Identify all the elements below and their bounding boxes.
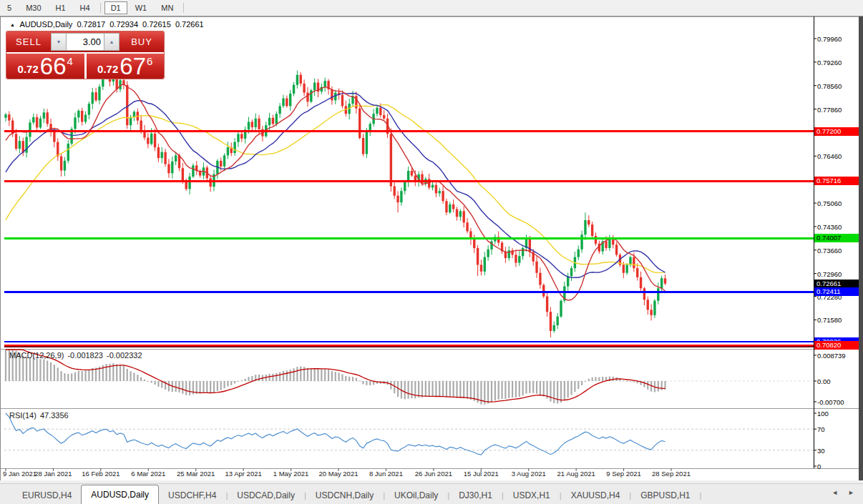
chart-tab-usdx[interactable]: USDX,H1 [504,486,560,504]
date-axis-label: 1 May 2021 [265,470,317,478]
price-axis-tick: 0.74360 [817,223,856,231]
window-right-edge [858,16,863,480]
macd-name: MACD(12,26,9) [9,351,64,360]
price-level-label: 0.75716 [814,177,859,185]
chart-tab-bar: EURUSD,H4AUDUSD,DailyUSDCHF,H4|USDCAD,Da… [0,483,863,504]
volume-decrease-button[interactable]: ▼ [51,33,67,51]
date-axis-label: 8 Jun 2021 [360,470,411,478]
price-axis-tick: 0.77860 [817,106,856,114]
rsi-indicator-label: RSI(14)47.3356 [9,411,72,420]
rsi-axis-tick: 70 [817,425,856,433]
timeframe-button-5[interactable]: 5 [1,1,18,14]
timeframe-button-d1[interactable]: D1 [104,1,127,14]
date-axis-label: 15 Jul 2021 [455,470,507,478]
timeframe-button-w1[interactable]: W1 [129,1,154,14]
toolbar-separator [183,3,184,13]
rsi-axis-tick: 30 [817,447,856,455]
price-axis-tick: 0.79960 [817,35,856,43]
tab-scroll-left-icon[interactable]: ◄ [832,489,838,496]
date-axis-label: 26 Jun 2021 [408,470,459,478]
macd-value: -0.001823 [67,351,103,360]
sell-price-pipette: 4 [67,55,73,67]
toolbar-separator [100,3,101,13]
date-axis-label: 6 Mar 2021 [122,470,174,478]
volume-input[interactable] [67,33,104,51]
price-axis-tick: 0.76460 [817,152,856,160]
date-axis-label: 16 Feb 2021 [75,470,127,478]
price-level-label: 0.70820 [814,341,859,350]
buy-price-pipette: 6 [147,55,152,67]
sell-price-prefix: 0.72 [18,63,39,75]
ohlc-low: 0.72615 [142,20,171,29]
ohlc-close: 0.72661 [175,20,204,29]
chart-tab-dj30[interactable]: DJ30,H1 [449,486,502,504]
sell-button[interactable]: SELL [6,31,51,52]
chart-symbol-period: AUDUSD,Daily [19,20,72,29]
buy-price-prefix: 0.72 [97,63,118,75]
price-axis-tick: 0.71580 [817,316,856,324]
tab-scroll-arrows: ◄ ► [832,489,854,496]
chart-tab-ukoil[interactable]: UKOil,Daily [385,486,447,504]
chart-canvas[interactable] [1,16,859,480]
ohlc-high: 0.72934 [109,20,138,29]
buy-price-big-digits: 67 [120,56,146,77]
macd-signal-value: -0.002332 [107,351,142,360]
rsi-value: 47.3356 [40,411,69,420]
chart-tab-eurusd[interactable]: EURUSD,H4 [13,486,81,504]
date-axis-label: 20 May 2021 [313,470,364,478]
chart-tab-usdchf[interactable]: USDCHF,H4 [159,486,225,504]
tab-separator: | [700,486,702,504]
timeframe-button-h4[interactable]: H4 [74,1,97,14]
chart-tab-gbpusd[interactable]: GBPUSD,H1 [631,486,699,504]
chart-tab-usdcnh[interactable]: USDCNH,Daily [306,486,383,504]
date-axis-label: 28 Sep 2021 [645,470,697,478]
price-axis-tick: 0.79260 [817,59,856,66]
date-axis-label: 9 Sep 2021 [598,470,650,478]
price-level-label: 0.72411 [814,287,859,296]
chart-tab-audusd[interactable]: AUDUSD,Daily [81,485,159,504]
date-axis-label: 21 Aug 2021 [550,470,602,478]
buy-price-button[interactable]: 0.72676 [87,54,165,79]
date-axis-label: 25 Mar 2021 [170,470,222,478]
timeframe-button-m30[interactable]: M30 [19,1,47,14]
timeframe-button-h1[interactable]: H1 [49,1,72,14]
trading-terminal-window: 5M30H1H4D1W1MN ▲ AUDUSD,Daily 0.72817 0.… [0,0,863,504]
price-axis-tick: 0.73660 [817,247,856,255]
sell-price-button[interactable]: 0.72664 [6,54,84,79]
sell-price-big-digits: 66 [40,56,67,77]
macd-indicator-label: MACD(12,26,9)-0.001823-0.002332 [9,351,146,360]
date-axis-label: 13 Apr 2021 [218,470,269,478]
chart-window: ▲ AUDUSD,Daily 0.72817 0.72934 0.72615 0… [0,16,859,480]
volume-spinner: ▼ ▲ [51,31,120,52]
rsi-axis-tick: 0 [817,463,856,470]
rsi-axis-tick: 100 [817,410,856,417]
macd-axis-tick: 0.00 [817,377,856,385]
date-axis-label: 28 Jan 2021 [27,470,79,478]
triangle-down-icon: ▼ [57,39,62,44]
timeframe-button-mn[interactable]: MN [155,1,180,14]
macd-axis-tick: 0.008739 [817,352,856,360]
buy-button[interactable]: BUY [120,31,164,52]
price-axis-tick: 0.78560 [817,82,856,90]
ohlc-open: 0.72817 [77,20,105,29]
one-click-trading-panel: SELL ▼ ▲ BUY 0.72664 0.72676 [6,31,164,79]
chart-ohlc-title: ▲ AUDUSD,Daily 0.72817 0.72934 0.72615 0… [10,20,206,29]
rsi-name: RSI(14) [9,411,36,420]
chart-tab-xauusd[interactable]: XAUUSD,H4 [562,486,630,504]
timeframe-toolbar: 5M30H1H4D1W1MN [0,0,863,16]
price-axis-tick: 0.75060 [817,199,856,207]
macd-axis-tick: -0.00700 [817,398,856,406]
price-level-label: 0.72661 [814,280,859,288]
date-axis-label: 3 Aug 2021 [503,470,555,478]
price-axis-tick: 0.72960 [817,270,856,278]
triangle-up-icon: ▲ [109,39,114,44]
chart-tab-usdcad[interactable]: USDCAD,Daily [228,486,304,504]
price-level-label: 0.77200 [814,127,859,136]
collapse-triangle-icon[interactable]: ▲ [10,22,15,27]
tab-scroll-right-icon[interactable]: ► [848,489,854,496]
volume-increase-button[interactable]: ▲ [104,33,120,51]
price-level-label: 0.74007 [814,234,859,242]
